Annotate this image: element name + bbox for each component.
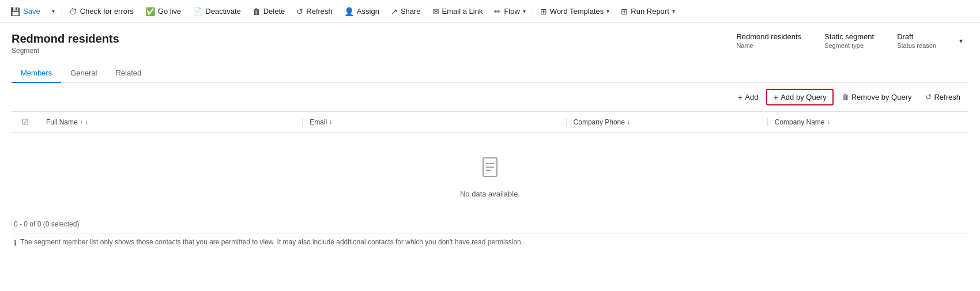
- footer-note-text: The segment member list only shows those…: [20, 238, 523, 246]
- remove-by-query-icon: 🗑: [842, 93, 849, 101]
- add-by-query-icon: +: [773, 92, 778, 102]
- email-sort-icon: ↓: [329, 119, 332, 125]
- phone-label: Company Phone: [574, 118, 625, 126]
- flow-label: Flow: [504, 7, 519, 16]
- column-header-fullname[interactable]: Full Name ↑ ↓: [39, 118, 303, 126]
- delete-label: Delete: [263, 7, 285, 16]
- go-live-icon: ✅: [145, 7, 155, 16]
- go-live-label: Go live: [158, 7, 181, 16]
- meta-segment-type-value: Static segment: [824, 32, 874, 41]
- meta-status-label: Status reason: [897, 42, 936, 49]
- email-link-label: Email a Link: [442, 7, 483, 16]
- email-link-icon: ✉: [432, 7, 439, 16]
- grid-refresh-button[interactable]: ↺ Refresh: [919, 90, 966, 104]
- delete-button[interactable]: 🗑 Delete: [247, 0, 291, 23]
- flow-dropdown-icon: ▾: [523, 8, 526, 14]
- divider-2: [533, 6, 533, 17]
- page-subtitle: Segment: [12, 47, 119, 55]
- word-templates-icon: ⊞: [540, 7, 547, 16]
- go-live-button[interactable]: ✅ Go live: [140, 0, 187, 23]
- page-title-section: Redmond residents Segment: [12, 32, 119, 55]
- footer-count: 0 - 0 of 0 (0 selected): [12, 216, 968, 230]
- divider-1: [62, 6, 62, 17]
- checkbox-icon: ☑: [22, 118, 29, 126]
- meta-name-label: Name: [736, 42, 801, 49]
- save-label: Save: [23, 7, 40, 16]
- save-chevron-button[interactable]: ▾: [46, 0, 61, 23]
- empty-state-icon: [478, 156, 502, 184]
- email-link-button[interactable]: ✉ Email a Link: [427, 0, 489, 23]
- add-label: Add: [745, 93, 758, 101]
- word-templates-dropdown-icon: ▾: [606, 8, 609, 14]
- header-expand-icon[interactable]: ▾: [959, 37, 963, 45]
- meta-segment-type-label: Segment type: [824, 42, 874, 49]
- column-header-phone[interactable]: Company Phone ↓: [567, 118, 768, 126]
- select-all-check[interactable]: ☑: [22, 118, 29, 126]
- tab-members[interactable]: Members: [12, 64, 61, 83]
- sort-desc-icon: ↓: [85, 119, 88, 125]
- assign-icon: 👤: [344, 7, 354, 16]
- deactivate-label: Deactivate: [205, 7, 240, 16]
- column-header-email[interactable]: Email ↓: [303, 118, 566, 126]
- meta-name: Redmond residents Name: [736, 32, 801, 49]
- meta-status-value: Draft: [897, 32, 936, 41]
- meta-name-value: Redmond residents: [736, 32, 801, 41]
- assign-button[interactable]: 👤 Assign: [338, 0, 385, 23]
- main-content: Redmond residents Segment Redmond reside…: [0, 23, 980, 252]
- column-header-company[interactable]: Company Name ↓: [768, 118, 968, 126]
- check-errors-icon: ⏱: [69, 7, 77, 16]
- run-report-icon: ⊞: [621, 7, 628, 16]
- add-icon: +: [738, 92, 743, 102]
- meta-status: Draft Status reason: [897, 32, 936, 49]
- remove-by-query-label: Remove by Query: [851, 93, 912, 101]
- run-report-button[interactable]: ⊞ Run Report ▾: [615, 0, 680, 23]
- add-by-query-button[interactable]: + Add by Query: [766, 89, 833, 105]
- delete-icon: 🗑: [252, 7, 261, 16]
- sort-asc-icon: ↑: [80, 119, 83, 125]
- run-report-label: Run Report: [631, 7, 669, 16]
- word-templates-label: Word Templates: [550, 7, 604, 16]
- refresh-button[interactable]: ↺ Refresh: [291, 0, 338, 23]
- save-icon: 💾: [10, 7, 20, 16]
- refresh-label: Refresh: [306, 7, 333, 16]
- deactivate-icon: 📄: [193, 7, 202, 16]
- select-all-column: ☑: [12, 118, 39, 126]
- empty-state: No data available.: [12, 133, 968, 216]
- tabs: Members General Related: [12, 64, 968, 83]
- phone-sort-icon: ↓: [627, 119, 630, 125]
- check-errors-label: Check for errors: [80, 7, 134, 16]
- check-errors-button[interactable]: ⏱ Check for errors: [63, 0, 140, 23]
- empty-state-message: No data available.: [460, 190, 520, 198]
- save-button[interactable]: 💾 Save: [5, 0, 46, 23]
- share-button[interactable]: ↗ Share: [385, 0, 427, 23]
- company-label: Company Name: [775, 118, 825, 126]
- run-report-dropdown-icon: ▾: [672, 8, 675, 14]
- tab-related[interactable]: Related: [106, 64, 150, 83]
- flow-icon: ✏: [494, 7, 501, 16]
- meta-segment-type: Static segment Segment type: [824, 32, 874, 49]
- main-toolbar: 💾 Save ▾ ⏱ Check for errors ✅ Go live 📄 …: [0, 0, 980, 23]
- save-dropdown-icon: ▾: [52, 8, 55, 14]
- add-by-query-label: Add by Query: [781, 93, 827, 101]
- tab-general[interactable]: General: [61, 64, 106, 83]
- flow-button[interactable]: ✏ Flow ▾: [488, 0, 531, 23]
- email-label: Email: [310, 118, 327, 126]
- fullname-label: Full Name: [46, 118, 78, 126]
- column-headers: ☑ Full Name ↑ ↓ Email ↓ Company Phone ↓ …: [12, 112, 968, 133]
- page-header: Redmond residents Segment Redmond reside…: [12, 32, 968, 55]
- remove-by-query-button[interactable]: 🗑 Remove by Query: [836, 90, 918, 104]
- sub-toolbar: + Add + Add by Query 🗑 Remove by Query ↺…: [12, 83, 968, 112]
- word-templates-button[interactable]: ⊞ Word Templates ▾: [534, 0, 615, 23]
- add-button[interactable]: + Add: [732, 90, 764, 104]
- info-icon: ℹ: [14, 239, 17, 247]
- footer-note: ℹ The segment member list only shows tho…: [12, 233, 968, 252]
- page-title: Redmond residents: [12, 32, 119, 46]
- company-sort-icon: ↓: [827, 119, 830, 125]
- count-label: 0 - 0 of 0 (0 selected): [14, 220, 79, 228]
- deactivate-button[interactable]: 📄 Deactivate: [187, 0, 246, 23]
- grid-refresh-icon: ↺: [925, 93, 932, 101]
- assign-label: Assign: [357, 7, 379, 16]
- grid-refresh-label: Refresh: [934, 93, 960, 101]
- share-label: Share: [401, 7, 421, 16]
- share-icon: ↗: [391, 7, 398, 16]
